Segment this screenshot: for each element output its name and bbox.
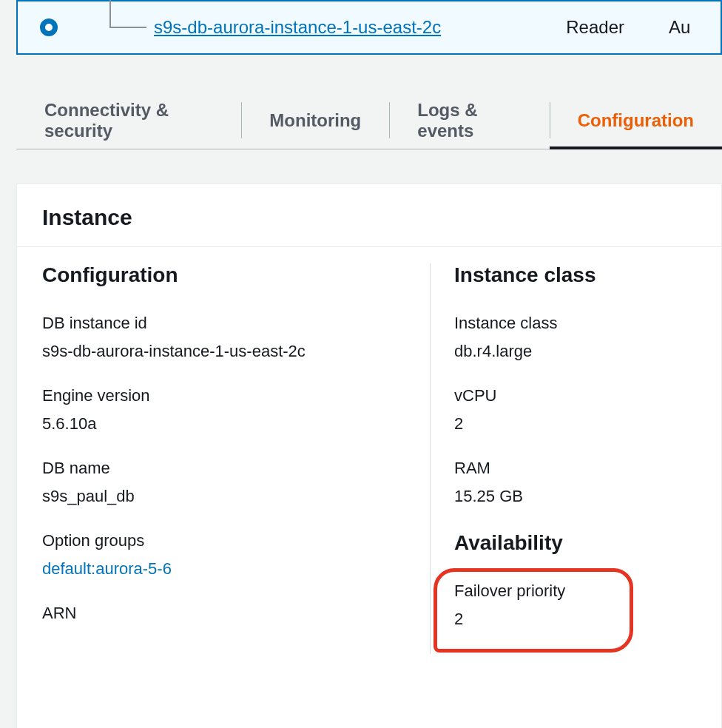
tab-connectivity[interactable]: Connectivity & security: [16, 92, 241, 149]
value-db-instance-id: s9s-db-aurora-instance-1-us-east-2c: [42, 342, 430, 361]
label-arn: ARN: [42, 604, 430, 623]
label-failover-priority: Failover priority: [454, 582, 722, 601]
instance-row-selected[interactable]: s9s-db-aurora-instance-1-us-east-2c Read…: [16, 0, 722, 55]
availability-heading: Availability: [454, 531, 722, 555]
tab-monitoring[interactable]: Monitoring: [241, 92, 389, 149]
tab-strip: Connectivity & security Monitoring Logs …: [16, 92, 722, 149]
value-failover-priority: 2: [454, 610, 722, 629]
kv-option-groups: Option groups default:aurora-5-6: [42, 531, 430, 579]
configuration-column: Configuration DB instance id s9s-db-auro…: [42, 263, 430, 654]
label-option-groups: Option groups: [42, 531, 430, 550]
value-db-name: s9s_paul_db: [42, 487, 430, 506]
kv-failover-priority: Failover priority 2: [454, 582, 722, 629]
label-engine-version: Engine version: [42, 386, 430, 405]
link-option-groups[interactable]: default:aurora-5-6: [42, 559, 430, 579]
kv-instance-class: Instance class db.r4.large: [454, 314, 722, 361]
kv-ram: RAM 15.25 GB: [454, 459, 722, 506]
instance-panel-header: Instance: [17, 184, 721, 247]
instance-role: Reader: [566, 17, 624, 38]
kv-db-instance-id: DB instance id s9s-db-aurora-instance-1-…: [42, 314, 430, 361]
instance-panel: Instance Configuration DB instance id s9…: [16, 183, 722, 728]
next-column-fragment: Au: [669, 17, 691, 38]
label-ram: RAM: [454, 459, 722, 478]
label-instance-class: Instance class: [454, 314, 722, 333]
kv-vcpu: vCPU 2: [454, 386, 722, 434]
radio-selected-icon[interactable]: [40, 18, 58, 36]
value-vcpu: 2: [454, 414, 722, 434]
configuration-heading: Configuration: [42, 263, 430, 287]
instance-link[interactable]: s9s-db-aurora-instance-1-us-east-2c: [154, 17, 441, 38]
tab-configuration[interactable]: Configuration: [550, 92, 722, 149]
value-ram: 15.25 GB: [454, 487, 722, 506]
kv-db-name: DB name s9s_paul_db: [42, 459, 430, 506]
kv-engine-version: Engine version 5.6.10a: [42, 386, 430, 434]
tab-logs[interactable]: Logs & events: [389, 92, 549, 149]
instance-class-column: Instance class Instance class db.r4.larg…: [430, 263, 722, 654]
value-instance-class: db.r4.large: [454, 342, 722, 361]
label-vcpu: vCPU: [454, 386, 722, 405]
instance-class-heading: Instance class: [454, 263, 722, 287]
value-engine-version: 5.6.10a: [42, 414, 430, 434]
kv-arn: ARN: [42, 604, 430, 623]
label-db-name: DB name: [42, 459, 430, 478]
label-db-instance-id: DB instance id: [42, 314, 430, 333]
panel-title: Instance: [42, 205, 696, 230]
tree-branch-icon: [58, 0, 154, 55]
